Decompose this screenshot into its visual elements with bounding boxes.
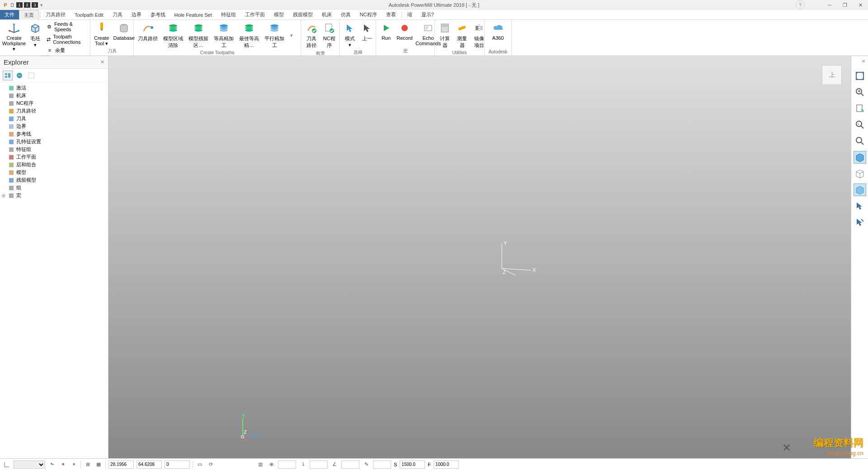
tree-item-pattern[interactable]: 参考线 xyxy=(0,130,108,138)
shaded-button[interactable] xyxy=(854,151,866,164)
status-angle-icon[interactable]: ∠ xyxy=(330,461,339,469)
right-toolbar-close[interactable]: ✕ xyxy=(862,59,865,64)
qat-2[interactable]: 2 xyxy=(24,2,30,8)
workplane-select[interactable] xyxy=(14,461,45,469)
raster-button[interactable]: 平行精加工 xyxy=(263,21,286,50)
tree-item-level[interactable]: 层和组合 xyxy=(0,161,108,169)
tab-home[interactable]: 主页 xyxy=(19,10,39,20)
status-tool-icon[interactable]: ⇂ xyxy=(299,461,307,469)
model-area-clear-button[interactable]: 模型区域清除 xyxy=(162,21,184,50)
help-button[interactable]: ? xyxy=(796,0,805,9)
qat-save-icon[interactable]: 🗋 xyxy=(10,2,15,8)
database-button[interactable]: Database xyxy=(113,21,135,42)
tab-nc[interactable]: NC程序 xyxy=(355,10,382,19)
create-workplane-button[interactable]: Create Workplane ▾ xyxy=(3,21,25,53)
fit-view-button[interactable] xyxy=(854,70,866,82)
status-wp-icon[interactable]: ⬑ xyxy=(48,461,56,469)
tab-simulation[interactable]: 仿真 xyxy=(336,10,355,19)
tab-model[interactable]: 模型 xyxy=(269,10,288,19)
qat-1[interactable]: 1 xyxy=(16,2,23,8)
tree-item-path[interactable]: 刀具路径 xyxy=(0,107,108,115)
explorer-close-button[interactable]: ✕ xyxy=(100,59,104,65)
coord-z-input[interactable] xyxy=(165,461,190,469)
create-tool-button[interactable]: Create Tool ▾ xyxy=(93,21,110,47)
status-pencil-icon[interactable]: ✎ xyxy=(362,461,370,469)
tab-zoom[interactable]: 缩 xyxy=(403,10,417,19)
qat-dropdown-icon[interactable]: ▾ xyxy=(40,2,43,8)
tree-item-group[interactable]: 组 xyxy=(0,184,108,192)
a360-button[interactable]: A360 xyxy=(487,21,509,42)
explorer-mode-1[interactable] xyxy=(3,70,13,80)
refresh-button[interactable] xyxy=(854,102,866,115)
status-snap-icon[interactable]: ▥ xyxy=(256,461,264,469)
toolpath-button[interactable]: 刀具路径 xyxy=(137,21,159,43)
close-button[interactable]: ✕ xyxy=(853,0,868,10)
tab-boundary[interactable]: 边界 xyxy=(127,10,146,19)
viewport-3d[interactable]: 上 YXZ YZ xyxy=(108,56,851,458)
tab-view[interactable]: 查看 xyxy=(382,10,401,19)
toolpath-expand-button[interactable]: ▾ xyxy=(288,31,295,40)
measure-button[interactable]: 测量器 xyxy=(455,21,469,50)
tree-item-machine[interactable]: 机床 xyxy=(0,92,108,99)
zoom-out-button[interactable]: - xyxy=(854,118,866,131)
status-grid1-icon[interactable]: ⊞ xyxy=(84,461,92,469)
tree-item-play[interactable]: 激活 xyxy=(0,84,108,92)
coord-y-input[interactable] xyxy=(137,461,162,469)
tree-item-nc[interactable]: NC程序 xyxy=(0,99,108,107)
zoom-in-button[interactable]: + xyxy=(854,86,866,99)
status-target-icon[interactable]: ⊕ xyxy=(267,461,275,469)
cursor-tool1[interactable] xyxy=(854,200,866,212)
status-axes-icon[interactable] xyxy=(3,461,11,469)
tree-item-featgrp[interactable]: 特征组 xyxy=(0,146,108,153)
toolpath-connections-button[interactable]: ⇄Toolpath Connections xyxy=(45,33,87,45)
tab-tool[interactable]: 刀具 xyxy=(108,10,127,19)
tab-stock[interactable]: 残留模型 xyxy=(288,10,317,19)
tab-feature-group[interactable]: 特征组 xyxy=(217,10,241,19)
status-s-input[interactable] xyxy=(400,461,425,469)
tab-hole-feature[interactable]: Hole Feature Set xyxy=(170,11,217,19)
tab-file[interactable]: 文件 xyxy=(0,10,19,19)
tree-item-macro[interactable]: 宏 xyxy=(0,192,108,199)
tree-item-boundary[interactable]: 边界 xyxy=(0,122,108,130)
record-button[interactable]: Record xyxy=(396,21,413,42)
run-button[interactable]: Run xyxy=(379,21,393,42)
tree-item-workplane[interactable]: 工作平面 xyxy=(0,153,108,161)
cursor-tool2[interactable] xyxy=(854,216,866,229)
coord-x-input[interactable] xyxy=(108,461,134,469)
tree-item-stock[interactable]: 残留模型 xyxy=(0,176,108,184)
model-rest-button[interactable]: 模型残留区… xyxy=(187,21,210,50)
tab-pattern[interactable]: 参考线 xyxy=(146,10,170,19)
tree-item-hole[interactable]: 孔特征设置 xyxy=(0,138,108,146)
status-grid2-icon[interactable]: ▦ xyxy=(94,461,103,469)
feeds-speeds-button[interactable]: ⚙Feeds & Speeds xyxy=(45,21,87,33)
status-input-b[interactable] xyxy=(310,461,328,469)
select-prev-button[interactable]: 上一 xyxy=(360,21,374,43)
block-button[interactable]: 毛坯 ▾ xyxy=(28,21,42,49)
status-input-a[interactable] xyxy=(278,461,296,469)
check-nc-button[interactable]: NC程序 xyxy=(322,21,337,50)
explorer-mode-2[interactable] xyxy=(14,70,24,80)
tree-item-tool[interactable]: 刀具 xyxy=(0,115,108,122)
select-mode-button[interactable]: 模式 ▾ xyxy=(343,21,357,49)
constz-button[interactable]: 等高精加工 xyxy=(212,21,235,50)
calc-button[interactable]: 计算器 xyxy=(438,21,452,50)
status-cur-icon[interactable]: ✦ xyxy=(70,461,78,469)
restore-button[interactable]: ❐ xyxy=(837,0,853,10)
zoom-box-button[interactable] xyxy=(854,135,866,147)
status-f-input[interactable] xyxy=(434,461,459,469)
check-toolpath-button[interactable]: 刀具路径 xyxy=(304,21,319,50)
block-view-button[interactable] xyxy=(854,183,866,196)
status-rpt-icon[interactable]: ⟳ xyxy=(207,461,215,469)
tab-display[interactable]: 显示? xyxy=(417,10,439,19)
minimize-button[interactable]: ─ xyxy=(822,0,837,10)
status-input-d[interactable] xyxy=(373,461,391,469)
optconstz-button[interactable]: 最佳等高精… xyxy=(238,21,260,50)
status-ref-icon[interactable]: ✦ xyxy=(59,461,67,469)
status-input-c[interactable] xyxy=(341,461,359,469)
tree-item-model[interactable]: 模型 xyxy=(0,169,108,176)
tab-toolpath-edit[interactable]: Toolpath Edit xyxy=(70,11,108,19)
tab-toolpath[interactable]: 刀具路径 xyxy=(41,10,70,19)
view-cube[interactable]: 上 xyxy=(822,65,842,85)
qat-3[interactable]: 3 xyxy=(32,2,38,8)
status-lock-icon[interactable]: ▭ xyxy=(196,461,204,469)
